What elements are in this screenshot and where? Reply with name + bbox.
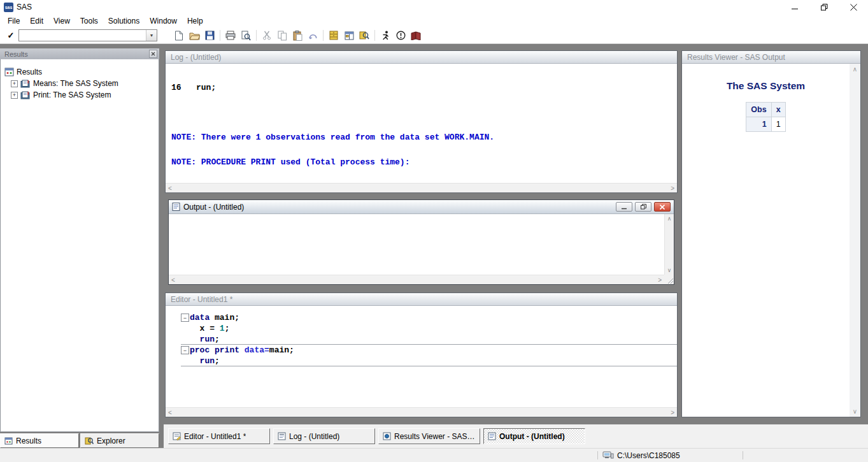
output-table: Obs x 1 1 [746, 102, 785, 132]
expand-plus-icon[interactable]: + [11, 92, 18, 99]
paste-icon [293, 31, 302, 41]
scroll-up-icon[interactable]: ∧ [667, 215, 672, 222]
menu-item-view[interactable]: View [48, 15, 75, 27]
log-window-titlebar[interactable]: Log - (Untitled) [166, 51, 677, 64]
working-directory-path: C:\Users\C185085 [617, 451, 680, 460]
statusbar-separator [597, 451, 598, 459]
cut-button[interactable] [259, 28, 274, 43]
output-minimize-button[interactable] [616, 202, 632, 212]
open-folder-icon [189, 31, 200, 40]
tree-item-means[interactable]: + Means: The SAS System [1, 78, 159, 89]
log-line: NOTE: There were 1 observations read fro… [171, 133, 677, 141]
panel-close-button[interactable] [149, 50, 157, 58]
scroll-right-icon[interactable]: > [671, 409, 674, 416]
log-horizontal-scrollbar[interactable]: < > [166, 183, 677, 192]
resize-grip-icon [667, 278, 674, 284]
scroll-left-icon[interactable]: < [171, 277, 175, 284]
window-tab-label: Output - (Untitled) [499, 432, 565, 441]
menu-item-edit[interactable]: Edit [25, 15, 48, 27]
editor-code-line: − proc print data=main; [166, 345, 677, 356]
command-input[interactable] [19, 30, 146, 41]
menu-item-help[interactable]: Help [182, 15, 208, 27]
results-viewer-vertical-scrollbar[interactable]: ∧ ∨ [850, 64, 860, 417]
menu-item-tools[interactable]: Tools [75, 15, 103, 27]
tab-results[interactable]: Results [0, 433, 79, 448]
help-books-icon [411, 31, 421, 40]
submit-button[interactable] [378, 28, 393, 43]
results-viewer-titlebar[interactable]: Results Viewer - SAS Output [682, 51, 860, 64]
copy-button[interactable] [274, 28, 290, 43]
new-button[interactable] [171, 28, 187, 43]
table-header-row: Obs x [746, 103, 785, 117]
find-button[interactable] [357, 28, 372, 43]
close-icon [660, 205, 665, 210]
tree-item-print[interactable]: + Print: The SAS System [1, 89, 159, 101]
scroll-left-icon[interactable]: < [168, 185, 172, 192]
window-tab-output[interactable]: Output - (Untitled) [483, 428, 585, 444]
table-row: 1 1 [746, 117, 785, 132]
menu-item-window[interactable]: Window [145, 15, 182, 27]
explorer-window-button[interactable] [341, 28, 357, 43]
window-controls [780, 0, 868, 14]
tree-item-label: Means: The SAS System [33, 79, 118, 88]
undo-button[interactable] [305, 28, 320, 43]
results-tab-icon [4, 437, 13, 445]
menu-item-file[interactable]: File [3, 15, 25, 27]
results-panel-header[interactable]: Results [0, 48, 159, 59]
close-button[interactable] [839, 0, 868, 14]
minimize-button[interactable] [780, 0, 809, 14]
restore-icon [641, 204, 646, 210]
break-button[interactable] [393, 28, 408, 43]
tab-explorer[interactable]: Explorer [80, 433, 159, 448]
output-close-button[interactable] [654, 202, 671, 212]
output-vertical-scrollbar[interactable]: ∧ ∨ [664, 214, 674, 275]
sas-output-document: The SAS System Obs x 1 1 [682, 64, 850, 417]
window-tab-log[interactable]: Log - (Untitled) [273, 428, 375, 444]
help-button[interactable] [408, 28, 423, 43]
chevron-down-icon[interactable]: ▼ [146, 30, 157, 41]
editor-horizontal-scrollbar[interactable]: < > [166, 407, 677, 417]
fold-collapse-icon[interactable]: − [181, 314, 189, 322]
expand-plus-icon[interactable]: + [11, 80, 18, 87]
output-restore-button[interactable] [635, 202, 651, 212]
editor-code-line: run; [166, 334, 677, 345]
undo-icon [308, 31, 318, 40]
paste-button[interactable] [290, 28, 305, 43]
window-tab-results-viewer[interactable]: Results Viewer - SAS Ou... [378, 428, 480, 444]
tree-item-label: Print: The SAS System [33, 90, 111, 99]
break-icon [396, 31, 406, 40]
results-book-icon [20, 91, 31, 99]
results-viewer-window: Results Viewer - SAS Output The SAS Syst… [681, 50, 861, 417]
titlebar: sas SAS [0, 0, 868, 14]
restore-button[interactable] [809, 0, 839, 14]
save-button[interactable] [202, 28, 217, 43]
scroll-left-icon[interactable]: < [168, 409, 172, 416]
scroll-down-icon[interactable]: ∨ [667, 267, 672, 273]
open-button[interactable] [187, 28, 202, 43]
tree-item-results-root[interactable]: Results [1, 66, 159, 78]
restore-icon [821, 4, 828, 11]
fold-collapse-icon[interactable]: − [181, 346, 189, 354]
menu-item-solutions[interactable]: Solutions [103, 15, 145, 27]
editor-window-titlebar[interactable]: Editor - Untitled1 * [166, 293, 677, 306]
print-preview-button[interactable] [238, 28, 253, 43]
window-tab-editor[interactable]: Editor - Untitled1 * [168, 428, 270, 444]
statusbar-path-panel: C:\Users\C185085 [602, 449, 680, 462]
output-horizontal-scrollbar[interactable]: < > [169, 275, 664, 284]
resize-grip[interactable] [664, 275, 674, 284]
scroll-down-icon[interactable]: ∨ [853, 408, 857, 415]
scroll-up-icon[interactable]: ∧ [853, 66, 857, 73]
results-tree: Results + Means: The SAS System + Print:… [0, 59, 159, 432]
window-title: SAS [17, 3, 32, 11]
editor-content[interactable]: − data main; x = 1; run; − proc print da… [166, 306, 677, 407]
scroll-right-icon[interactable]: > [658, 277, 662, 284]
output-window-titlebar[interactable]: Output - (Untitled) [169, 200, 674, 214]
print-button[interactable] [223, 28, 238, 43]
editor-tab-icon [173, 432, 181, 440]
computer-icon [602, 451, 614, 459]
sas-logo-icon: sas [4, 3, 13, 12]
scroll-right-icon[interactable]: > [671, 185, 674, 192]
row-header-cell: 1 [746, 117, 771, 132]
new-library-button[interactable] [326, 28, 341, 43]
output-window: Output - (Untitled) ∧ ∨ < [168, 199, 674, 285]
